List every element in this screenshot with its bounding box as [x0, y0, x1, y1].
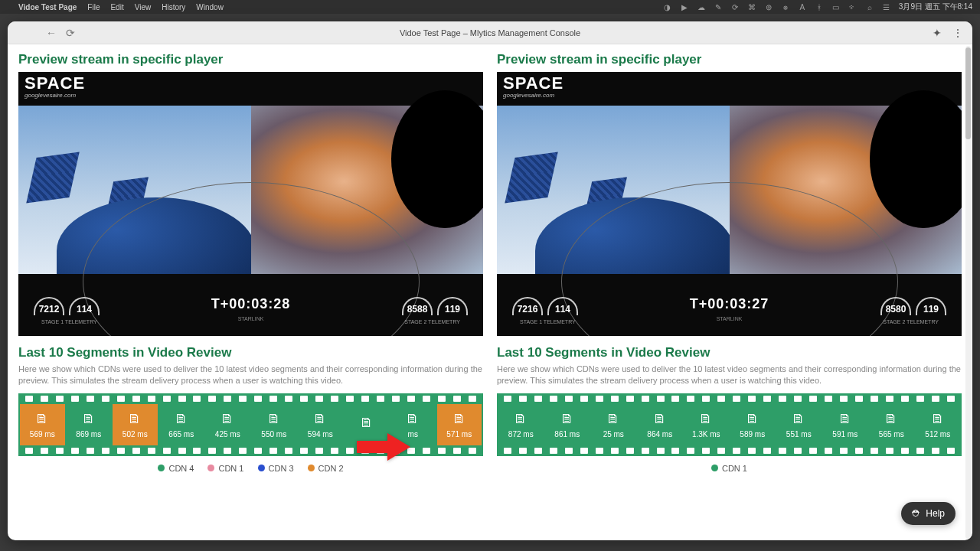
status-icon[interactable]: ◑	[663, 2, 672, 11]
segment-item[interactable]: 🗎861 ms	[545, 404, 590, 445]
video-player-right[interactable]: SPACE googlevesaire.com 7216 114 STAGE 1…	[497, 72, 962, 336]
segment-latency: 591 ms	[832, 430, 858, 439]
status-icon[interactable]: ⊚	[764, 2, 773, 11]
segment-item[interactable]: 🗎565 ms	[869, 404, 914, 445]
file-icon: 🗎	[313, 411, 327, 427]
file-icon: 🗎	[220, 411, 234, 427]
segment-latency: 551 ms	[786, 430, 812, 439]
battery-icon[interactable]: ▭	[831, 2, 841, 11]
legend-item: CDN 3	[258, 464, 294, 473]
legend-label: CDN 1	[722, 464, 747, 473]
segment-item[interactable]: 🗎25 ms	[591, 404, 636, 445]
menu-file[interactable]: File	[87, 3, 100, 11]
status-icon[interactable]: ✎	[714, 2, 723, 11]
filmstrip-right: 🗎872 ms🗎861 ms🗎25 ms🗎864 ms🗎1.3K ms🗎589 …	[497, 393, 962, 456]
control-center-icon[interactable]: ☰	[882, 2, 891, 11]
reload-button[interactable]: ⟳	[66, 27, 75, 39]
segment-item[interactable]: 🗎589 ms	[730, 404, 776, 445]
segment-latency: 502 ms	[122, 430, 148, 439]
segment-item[interactable]: 🗎	[345, 404, 390, 445]
segment-item[interactable]: 🗎502 ms	[113, 404, 158, 445]
segment-latency: 550 ms	[261, 430, 286, 439]
legend-item: CDN 4	[158, 464, 194, 473]
segment-item[interactable]: 🗎594 ms	[298, 404, 343, 445]
mission-label: STARLINK	[717, 316, 743, 321]
status-icon[interactable]: A	[798, 2, 807, 11]
extensions-icon[interactable]: ✦	[933, 27, 942, 39]
file-icon: 🗎	[838, 411, 852, 427]
menu-view[interactable]: View	[135, 3, 152, 11]
segment-item[interactable]: 🗎425 ms	[205, 404, 250, 445]
segment-item[interactable]: 🗎591 ms	[823, 404, 868, 445]
file-icon: 🗎	[128, 411, 142, 427]
video-brand-sub: googlevesaire.com	[24, 92, 85, 99]
stage1-label: STAGE 1 TELEMETRY	[520, 319, 576, 324]
mission-time: T+00:03:27	[690, 296, 769, 312]
legend-dot	[158, 465, 165, 471]
file-icon: 🗎	[406, 411, 420, 427]
menubar-clock[interactable]: 3月9日 週五 下午8:14	[899, 2, 972, 12]
segment-latency: 861 ms	[554, 430, 580, 439]
file-icon: 🗎	[514, 411, 528, 427]
segment-item[interactable]: 🗎1.3K ms	[684, 404, 729, 445]
file-icon: 🗎	[931, 411, 945, 427]
segment-item[interactable]: 🗎512 ms	[916, 404, 961, 445]
segments-desc: Here we show which CDNs were used to del…	[497, 364, 962, 387]
status-icon[interactable]: ⟳	[730, 2, 740, 11]
menu-history[interactable]: History	[162, 3, 185, 11]
file-icon: 🗎	[452, 411, 466, 427]
wifi-icon[interactable]: ᯤ	[848, 2, 858, 11]
file-icon: 🗎	[606, 411, 620, 427]
preview-title: Preview stream in specific player	[18, 52, 483, 67]
help-button[interactable]: ⛑ Help	[901, 502, 956, 525]
more-menu-icon[interactable]: ⋮	[952, 27, 963, 39]
gauge-alt-2: 119	[916, 297, 946, 315]
video-player-left[interactable]: SPACE googlevesaire.com 7212 114 STAGE 1…	[18, 72, 483, 336]
segment-latency: ms	[408, 430, 418, 439]
segment-item[interactable]: 🗎551 ms	[776, 404, 822, 445]
status-icon[interactable]: ☁	[697, 2, 706, 11]
video-brand: SPACE	[503, 75, 564, 92]
menubar-app-name[interactable]: Vidoe Test Page	[18, 3, 77, 11]
segment-latency: 25 ms	[603, 430, 624, 439]
segment-latency: 594 ms	[308, 430, 333, 439]
segment-item[interactable]: 🗎ms	[390, 404, 436, 445]
segment-item[interactable]: 🗎569 ms	[20, 404, 65, 445]
menu-window[interactable]: Window	[196, 3, 224, 11]
left-column: Preview stream in specific player SPACE …	[18, 52, 483, 533]
menu-edit[interactable]: Edit	[110, 3, 123, 11]
segment-latency: 1.3K ms	[692, 430, 720, 439]
gauge-alt-1: 114	[69, 297, 100, 315]
mission-time: T+00:03:28	[211, 296, 291, 312]
video-brand-sub: googlevesaire.com	[503, 92, 564, 99]
page-title: Vidoe Test Page – Mlytics Management Con…	[400, 28, 580, 37]
segment-item[interactable]: 🗎872 ms	[498, 404, 544, 445]
legend-dot	[258, 465, 265, 471]
segment-latency: 665 ms	[168, 430, 194, 439]
status-icon[interactable]: ▶	[680, 2, 689, 11]
search-icon[interactable]: ⌕	[865, 2, 874, 11]
segment-item[interactable]: 🗎864 ms	[638, 404, 683, 445]
legend-item: CDN 1	[207, 464, 243, 473]
back-button[interactable]: ←	[46, 27, 57, 39]
segment-latency: 565 ms	[879, 430, 904, 439]
bluetooth-icon[interactable]: ᚼ	[815, 2, 824, 11]
vertical-scrollbar[interactable]	[965, 46, 971, 539]
file-icon: 🗎	[360, 415, 374, 431]
segment-item[interactable]: 🗎550 ms	[252, 404, 297, 445]
segment-latency: 512 ms	[925, 430, 950, 439]
status-icon[interactable]: ⌘	[747, 2, 756, 11]
gauge-speed-2: 8580	[880, 297, 911, 315]
stage2-label: STAGE 2 TELEMETRY	[404, 319, 460, 324]
legend-dot	[711, 465, 718, 471]
legend-left: CDN 4CDN 1CDN 3CDN 2	[18, 464, 483, 473]
segment-item[interactable]: 🗎665 ms	[159, 404, 204, 445]
stage1-label: STAGE 1 TELEMETRY	[41, 319, 97, 324]
segment-item[interactable]: 🗎869 ms	[67, 404, 112, 445]
segment-item[interactable]: 🗎571 ms	[437, 404, 482, 445]
segments-desc: Here we show which CDNs were used to del…	[18, 364, 483, 387]
segment-latency: 571 ms	[446, 430, 472, 439]
status-icon[interactable]: ⎈	[781, 2, 790, 11]
filmstrip-left: 🗎569 ms🗎869 ms🗎502 ms🗎665 ms🗎425 ms🗎550 …	[18, 393, 483, 456]
stage2-label: STAGE 2 TELEMETRY	[883, 319, 939, 324]
